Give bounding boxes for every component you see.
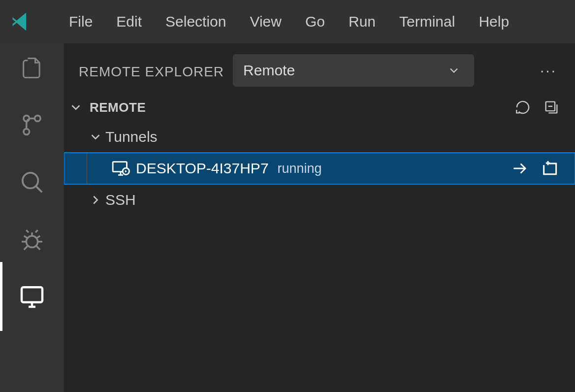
more-actions-button[interactable]: ··· xyxy=(537,62,560,79)
section-actions xyxy=(514,98,560,116)
remote-target-selected: Remote xyxy=(243,62,295,79)
svg-point-0 xyxy=(34,116,40,122)
menubar: File Edit Selection View Go Run Terminal… xyxy=(0,0,575,43)
collapse-all-button[interactable] xyxy=(543,98,560,116)
connect-in-new-window-button[interactable] xyxy=(541,159,560,178)
svg-point-3 xyxy=(23,173,38,189)
menu-terminal[interactable]: Terminal xyxy=(387,9,467,34)
chevron-down-icon xyxy=(86,127,105,147)
refresh-button[interactable] xyxy=(514,98,532,116)
remote-target-select[interactable]: Remote xyxy=(233,54,474,87)
menu-view[interactable]: View xyxy=(238,9,293,34)
tunnel-row-actions xyxy=(510,159,560,178)
menu-edit[interactable]: Edit xyxy=(104,9,154,34)
sidebar-title: REMOTE EXPLORER xyxy=(79,61,224,80)
tunnel-name: DESKTOP-4I37HP7 xyxy=(136,160,269,177)
chevron-down-icon xyxy=(447,64,461,77)
tunnel-item[interactable]: DESKTOP-4I37HP7 running xyxy=(64,153,575,184)
menu-selection[interactable]: Selection xyxy=(154,9,238,34)
activity-search-icon[interactable] xyxy=(17,167,47,197)
activity-source-control-icon[interactable] xyxy=(17,110,47,140)
tunnel-status: running xyxy=(278,161,322,176)
connect-in-current-window-button[interactable] xyxy=(510,159,530,178)
activity-bar xyxy=(0,43,64,392)
menu-go[interactable]: Go xyxy=(293,9,337,34)
chevron-down-icon xyxy=(67,98,85,116)
svg-rect-5 xyxy=(22,287,42,302)
sidebar-header: REMOTE EXPLORER Remote ··· xyxy=(64,43,575,92)
svg-point-4 xyxy=(26,236,37,247)
section-header-remote[interactable]: REMOTE xyxy=(64,92,575,121)
menu-run[interactable]: Run xyxy=(337,9,387,34)
activity-explorer-icon[interactable] xyxy=(17,53,47,83)
section-title: REMOTE xyxy=(90,100,146,115)
remote-explorer-sidebar: REMOTE EXPLORER Remote ··· REMOTE xyxy=(64,43,575,392)
activity-remote-explorer-icon[interactable] xyxy=(17,282,47,311)
menu-file[interactable]: File xyxy=(57,9,104,34)
tree-group-label: SSH xyxy=(105,192,136,208)
menu-help[interactable]: Help xyxy=(467,9,521,34)
tree-group-ssh[interactable]: SSH xyxy=(64,184,575,216)
tree-group-tunnels[interactable]: Tunnels xyxy=(64,121,575,153)
activity-debug-icon[interactable] xyxy=(17,225,47,254)
remote-tree: Tunnels DESKTOP-4I37HP7 running xyxy=(64,121,575,216)
tree-group-label: Tunnels xyxy=(105,129,158,145)
vscode-logo-icon xyxy=(9,9,33,34)
chevron-right-icon xyxy=(86,190,105,210)
workbench: REMOTE EXPLORER Remote ··· REMOTE xyxy=(0,43,575,392)
remote-machine-icon xyxy=(110,158,131,179)
svg-point-2 xyxy=(24,129,30,135)
